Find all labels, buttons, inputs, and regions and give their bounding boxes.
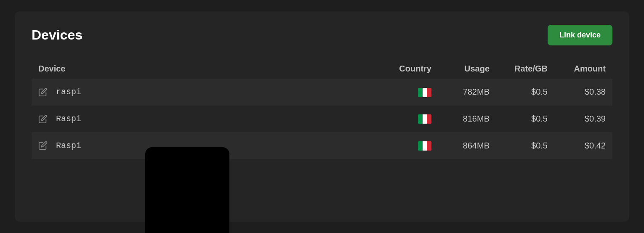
flag-stripe-red (427, 88, 431, 97)
table-row: raspi 782MB$0.5$0.38 (32, 79, 612, 106)
rate-cell: $0.5 (496, 132, 554, 159)
page-title: Devices (32, 27, 82, 43)
usage-cell: 816MB (438, 106, 496, 132)
flag-stripe-green (418, 114, 423, 124)
col-header-usage: Usage (438, 59, 496, 79)
flag-italy (418, 114, 431, 124)
flag-stripe-white (423, 141, 427, 151)
device-name: Raspi (56, 141, 81, 151)
flag-stripe-white (423, 88, 427, 97)
device-cell: Raspi (38, 114, 373, 124)
flag-stripe-red (427, 114, 431, 124)
table-row: Raspi 864MB$0.5$0.42 (32, 132, 612, 159)
edit-icon[interactable] (38, 87, 48, 97)
col-header-rate: Rate/GB (496, 59, 554, 79)
flag-stripe-green (418, 141, 423, 151)
devices-container: Devices Link device Device Country Usage… (15, 11, 629, 222)
device-name: raspi (56, 87, 81, 97)
usage-cell: 864MB (438, 132, 496, 159)
table-wrapper: Device Country Usage Rate/GB Amount rasp… (32, 59, 612, 159)
flag-stripe-white (423, 114, 427, 124)
col-header-country: Country (380, 59, 438, 79)
amount-cell: $0.39 (554, 106, 612, 132)
flag-stripe-red (427, 141, 431, 151)
link-device-button[interactable]: Link device (548, 25, 612, 45)
rate-cell: $0.5 (496, 106, 554, 132)
table-row: Raspi 816MB$0.5$0.39 (32, 106, 612, 132)
flag-italy (418, 88, 431, 97)
flag-italy (418, 141, 431, 151)
device-name: Raspi (56, 114, 81, 124)
usage-cell: 782MB (438, 79, 496, 106)
device-cell: raspi (38, 87, 373, 97)
col-header-amount: Amount (554, 59, 612, 79)
rate-cell: $0.5 (496, 79, 554, 106)
flag-stripe-green (418, 88, 423, 97)
table-header-row: Device Country Usage Rate/GB Amount (32, 59, 612, 79)
devices-table: Device Country Usage Rate/GB Amount rasp… (32, 59, 612, 159)
col-header-device: Device (32, 59, 380, 79)
edit-icon[interactable] (38, 114, 48, 124)
amount-cell: $0.42 (554, 132, 612, 159)
page-header: Devices Link device (32, 25, 612, 45)
amount-cell: $0.38 (554, 79, 612, 106)
edit-icon[interactable] (38, 141, 48, 150)
redacted-block (145, 147, 229, 233)
